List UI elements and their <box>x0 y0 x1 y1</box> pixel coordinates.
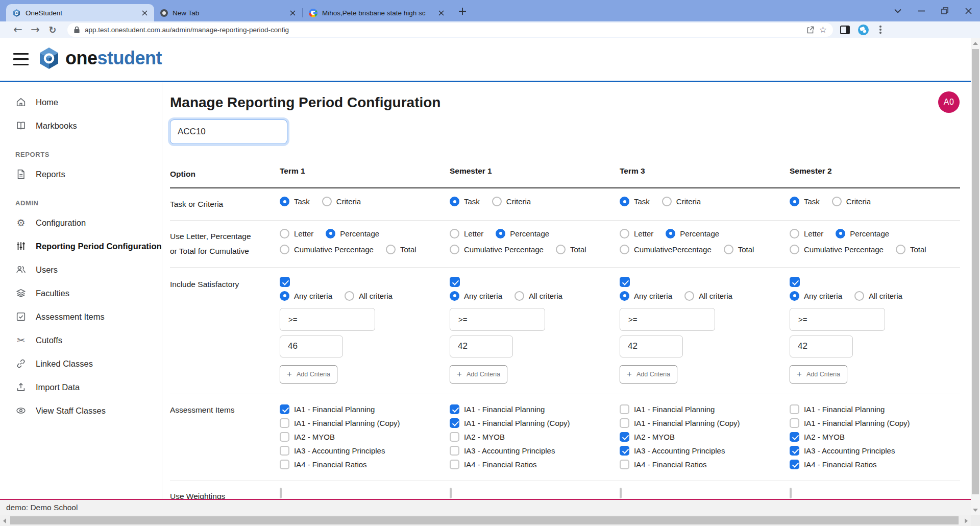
tab-close-icon[interactable] <box>288 8 297 17</box>
address-bar[interactable]: app.test.onestudent.com.au/admin/manage-… <box>67 23 833 37</box>
radio-cumulative-percentage[interactable] <box>790 245 799 254</box>
scroll-left-arrow-icon[interactable] <box>3 518 6 523</box>
sidebar-item-reporting-period-configuration[interactable]: Reporting Period Configuration <box>0 234 162 258</box>
assessment-item-checkbox[interactable] <box>790 404 799 414</box>
url-text[interactable]: app.test.onestudent.com.au/admin/manage-… <box>85 26 289 34</box>
onestudent-logo[interactable]: onestudent <box>37 46 162 70</box>
hamburger-menu-icon[interactable] <box>13 53 29 65</box>
sidebar-item-import-data[interactable]: Import Data <box>0 375 162 399</box>
assessment-item-checkbox[interactable] <box>280 404 289 414</box>
radio-all-criteria[interactable] <box>684 291 694 301</box>
scroll-up-arrow-icon[interactable] <box>973 42 978 45</box>
reload-icon[interactable]: ↻ <box>44 22 61 37</box>
criteria-value-input[interactable]: 46 <box>280 336 343 357</box>
share-icon[interactable] <box>806 26 815 34</box>
include-satisfactory-checkbox[interactable] <box>280 277 290 287</box>
radio-any-criteria[interactable] <box>620 291 629 301</box>
lock-icon[interactable] <box>74 26 80 34</box>
radio-task[interactable] <box>620 197 629 206</box>
add-criteria-button[interactable]: +Add Criteria <box>620 365 677 384</box>
radio-task[interactable] <box>790 197 799 206</box>
tab-close-icon[interactable] <box>436 8 446 17</box>
radio-letter[interactable] <box>450 229 459 238</box>
extension-icon[interactable] <box>855 22 871 37</box>
add-criteria-button[interactable]: +Add Criteria <box>790 365 847 384</box>
scroll-right-arrow-icon[interactable] <box>965 518 968 523</box>
use-weightings-checkbox[interactable] <box>790 488 792 498</box>
use-weightings-checkbox[interactable] <box>280 488 282 498</box>
radio-percentage[interactable] <box>496 229 505 238</box>
assessment-item-checkbox[interactable] <box>450 404 459 414</box>
radio-total[interactable] <box>556 245 566 254</box>
tab-onestudent[interactable]: OneStudent <box>6 4 154 21</box>
radio-total[interactable] <box>896 245 905 254</box>
radio-criteria[interactable] <box>832 197 842 206</box>
bookmark-star-icon[interactable]: ☆ <box>819 25 827 35</box>
sidebar-item-configuration[interactable]: ⚙ Configuration <box>0 211 162 234</box>
operator-select[interactable]: >= <box>620 308 715 331</box>
assessment-item-checkbox[interactable] <box>790 418 799 428</box>
scroll-down-arrow-icon[interactable] <box>973 509 978 512</box>
radio-task[interactable] <box>450 197 459 206</box>
radio-any-criteria[interactable] <box>450 291 459 301</box>
add-criteria-button[interactable]: +Add Criteria <box>450 365 507 384</box>
vertical-scrollbar-thumb[interactable] <box>972 49 979 494</box>
radio-task[interactable] <box>280 197 289 206</box>
sidebar-item-reports[interactable]: Reports <box>0 162 162 186</box>
sidebar-item-markbooks[interactable]: Markbooks <box>0 114 162 137</box>
minimize-button[interactable] <box>910 0 933 21</box>
forward-icon[interactable]: → <box>27 22 44 37</box>
assessment-item-checkbox[interactable] <box>790 432 799 442</box>
sidebar-item-faculties[interactable]: Faculties <box>0 281 162 305</box>
radio-percentage[interactable] <box>326 229 335 238</box>
radio-all-criteria[interactable] <box>514 291 524 301</box>
radio-percentage[interactable] <box>836 229 845 238</box>
radio-criteria[interactable] <box>662 197 672 206</box>
sidebar-item-view-staff-classes[interactable]: View Staff Classes <box>0 399 162 422</box>
radio-all-criteria[interactable] <box>345 291 354 301</box>
include-satisfactory-checkbox[interactable] <box>450 277 460 287</box>
add-criteria-button[interactable]: +Add Criteria <box>280 365 337 384</box>
assessment-item-checkbox[interactable] <box>450 460 459 469</box>
assessment-item-checkbox[interactable] <box>450 432 459 442</box>
operator-select[interactable]: >= <box>280 308 375 331</box>
assessment-item-checkbox[interactable] <box>620 460 629 469</box>
sidebar-item-linked-classes[interactable]: Linked Classes <box>0 352 162 375</box>
sidebar-item-home[interactable]: Home <box>0 90 162 114</box>
use-weightings-checkbox[interactable] <box>450 488 452 498</box>
include-satisfactory-checkbox[interactable] <box>620 277 630 287</box>
assessment-item-checkbox[interactable] <box>280 446 289 456</box>
include-satisfactory-checkbox[interactable] <box>790 277 800 287</box>
radio-total[interactable] <box>386 245 396 254</box>
tab-mihos-search[interactable]: Mihos,Pete brisbane state high sc <box>303 4 451 21</box>
sidebar-item-assessment-items[interactable]: Assessment Items <box>0 305 162 328</box>
radio-cumulative-percentage[interactable] <box>280 245 289 254</box>
assessment-item-checkbox[interactable] <box>620 418 629 428</box>
tab-close-icon[interactable] <box>140 8 149 17</box>
radio-letter[interactable] <box>280 229 289 238</box>
assessment-item-checkbox[interactable] <box>280 432 289 442</box>
criteria-value-input[interactable]: 42 <box>790 336 853 357</box>
assessment-item-checkbox[interactable] <box>450 446 459 456</box>
tab-new-tab[interactable]: New Tab <box>154 4 302 21</box>
radio-any-criteria[interactable] <box>790 291 799 301</box>
assessment-item-checkbox[interactable] <box>280 460 289 469</box>
horizontal-scrollbar[interactable] <box>0 515 971 526</box>
back-icon[interactable]: ← <box>9 22 27 37</box>
radio-all-criteria[interactable] <box>854 291 864 301</box>
sidebar-item-cutoffs[interactable]: ✂ Cutoffs <box>0 328 162 352</box>
use-weightings-checkbox[interactable] <box>620 488 622 498</box>
subject-code-input[interactable]: ACC10 <box>170 119 287 144</box>
assessment-item-checkbox[interactable] <box>790 446 799 456</box>
assessment-item-checkbox[interactable] <box>450 418 459 428</box>
assessment-item-checkbox[interactable] <box>620 404 629 414</box>
radio-criteria[interactable] <box>322 197 332 206</box>
vertical-scrollbar[interactable] <box>971 38 980 515</box>
close-window-button[interactable] <box>957 0 980 21</box>
assessment-item-checkbox[interactable] <box>280 418 289 428</box>
criteria-value-input[interactable]: 42 <box>620 336 683 357</box>
new-tab-button[interactable] <box>455 4 470 19</box>
radio-letter[interactable] <box>790 229 799 238</box>
assessment-item-checkbox[interactable] <box>620 432 629 442</box>
horizontal-scrollbar-thumb[interactable] <box>10 516 959 524</box>
